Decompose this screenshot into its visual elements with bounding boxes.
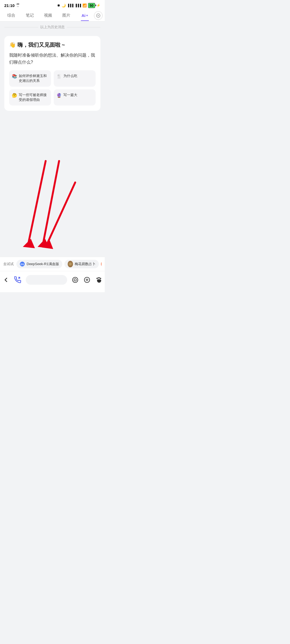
- signal-icon-2: ▐▐▐: [75, 4, 81, 7]
- deepseek-label: DeepSeek-R1满血版: [27, 262, 59, 266]
- battery-level: 50: [90, 3, 93, 8]
- bottom-suggestions-bar: 去试试 DS DeepSeek-R1满血版 梅花易数占卜: [0, 257, 105, 271]
- suggestion-grid: 📚 如何评价林黛玉和史湘云的关系 🍴 为什么吃 🤔 写一些可被老师接受的请假理由…: [9, 70, 96, 105]
- paw-button[interactable]: [93, 274, 105, 286]
- suggestion-item-1[interactable]: 🍴 为什么吃: [54, 70, 96, 86]
- tab-shipin[interactable]: 视频: [39, 10, 57, 21]
- status-dots: ···: [17, 5, 19, 8]
- ai-label: Ai: [82, 13, 86, 18]
- suggestion-text-2: 写一些可被老师接受的请假理由: [19, 93, 48, 102]
- suggestion-text-3: 写一篇大: [63, 93, 77, 97]
- history-label: 以上为历史消息: [40, 25, 65, 30]
- nav-more-button[interactable]: [94, 11, 103, 20]
- moon-icon: 🌙: [61, 3, 66, 8]
- tab-ai[interactable]: Ai +: [76, 10, 94, 21]
- svg-point-0: [96, 14, 100, 17]
- signal-icon-1: ▐▐▐: [67, 4, 73, 7]
- tab-tupian[interactable]: 图片: [57, 10, 75, 21]
- bottom-nav: [0, 271, 105, 292]
- extra-avatar: [101, 260, 102, 268]
- suggestions-scroll: DS DeepSeek-R1满血版 梅花易数占卜: [16, 260, 102, 268]
- battery-indicator: 50: [88, 3, 95, 8]
- history-divider: 以上为历史消息: [4, 21, 100, 33]
- svg-point-17: [99, 277, 100, 279]
- bluetooth-icon: ✱: [57, 3, 60, 8]
- plus-button[interactable]: [81, 274, 93, 286]
- svg-point-11: [74, 279, 77, 281]
- empty-space: [0, 117, 105, 257]
- try-label: 去试试: [3, 262, 14, 266]
- tab-zonghe[interactable]: 综合: [2, 10, 20, 21]
- deepseek-chip[interactable]: DS DeepSeek-R1满血版: [16, 260, 62, 268]
- svg-point-10: [73, 277, 78, 283]
- small-number: 20: [16, 3, 19, 5]
- ai-greeting-card: 👋 嗨，我们又见面啦 ~ 我随时准备倾听你的想法、解决你的问题，我们聊点什么? …: [4, 36, 100, 111]
- suggestion-text-1: 为什么吃: [63, 74, 77, 78]
- meihua-icon: [68, 261, 73, 267]
- status-bar: 21:10 20 ··· ✱ 🌙 ▐▐▐ ▐▐▐ 📶 50 ⚡: [0, 0, 105, 10]
- suggestion-emoji-0: 📚: [12, 74, 17, 79]
- ai-plus-icon: +: [86, 13, 88, 17]
- status-icons: ✱ 🌙 ▐▐▐ ▐▐▐ 📶 50 ⚡: [57, 3, 100, 8]
- svg-point-15: [96, 278, 97, 279]
- svg-point-16: [98, 277, 99, 279]
- meihua-label: 梅花易数占卜: [75, 262, 96, 266]
- tab-biji[interactable]: 笔记: [20, 10, 39, 21]
- call-button[interactable]: [12, 274, 24, 286]
- suggestion-emoji-2: 🤔: [12, 93, 17, 98]
- suggestion-emoji-3: 🔮: [56, 93, 62, 98]
- suggestion-item-2[interactable]: 🤔 写一些可被老师接受的请假理由: [9, 89, 51, 105]
- input-area[interactable]: [26, 275, 67, 285]
- voice-button[interactable]: [69, 274, 81, 286]
- suggestion-emoji-1: 🍴: [56, 74, 62, 79]
- status-time: 21:10 20 ···: [4, 3, 19, 8]
- greeting-title: 👋 嗨，我们又见面啦 ~: [9, 41, 96, 49]
- deepseek-icon: DS: [20, 261, 25, 267]
- chat-area: 👋 嗨，我们又见面啦 ~ 我随时准备倾听你的想法、解决你的问题，我们聊点什么? …: [0, 33, 105, 117]
- charging-icon: ⚡: [96, 3, 100, 7]
- greeting-body: 我随时准备倾听你的想法、解决你的问题，我们聊点什么?: [9, 52, 96, 65]
- suggestion-item-3[interactable]: 🔮 写一篇大: [54, 89, 96, 105]
- suggestion-text-0: 如何评价林黛玉和史湘云的关系: [19, 74, 48, 83]
- back-button[interactable]: [0, 274, 12, 286]
- time-label: 21:10: [4, 3, 15, 8]
- svg-point-18: [100, 278, 101, 279]
- wifi-icon: 📶: [82, 3, 87, 8]
- meihua-chip[interactable]: 梅花易数占卜: [64, 260, 99, 268]
- suggestion-item-0[interactable]: 📚 如何评价林黛玉和史湘云的关系: [9, 70, 51, 86]
- nav-tabs: 综合 笔记 视频 图片 Ai +: [0, 10, 105, 21]
- svg-text:DS: DS: [21, 263, 24, 266]
